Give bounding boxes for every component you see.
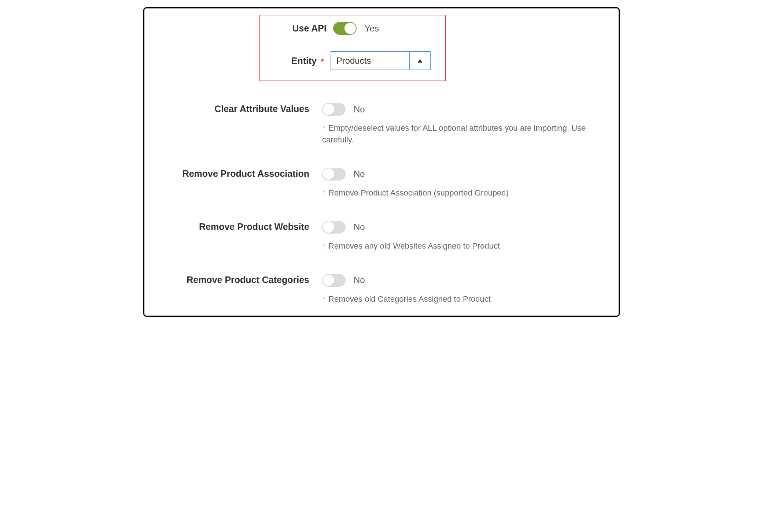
chevron-up-icon <box>409 52 430 70</box>
settings-panel: Use API Yes Entity * Products Clear Attr… <box>143 7 620 317</box>
use-api-row: Use API Yes <box>274 22 431 35</box>
setting-label: Remove Product Categories <box>187 275 309 285</box>
use-api-toggle[interactable] <box>333 22 357 35</box>
setting-clear-attribute-values: Clear Attribute Values No ↑ Empty/desele… <box>155 103 608 146</box>
highlighted-section: Use API Yes Entity * Products <box>259 15 446 81</box>
entity-select-value: Products <box>331 52 409 70</box>
svg-marker-0 <box>418 59 422 63</box>
toggle-knob-icon <box>323 275 334 286</box>
setting-remove-product-website: Remove Product Website No ↑ Removes any … <box>155 221 608 252</box>
required-marker: * <box>321 57 324 66</box>
setting-helper-text: ↑ Removes old Categories Assigned to Pro… <box>322 293 586 305</box>
use-api-label: Use API <box>274 23 333 34</box>
remove-product-website-toggle[interactable] <box>322 221 346 234</box>
setting-label: Remove Product Website <box>199 222 309 232</box>
entity-row: Entity * Products <box>274 51 431 70</box>
setting-helper-text: ↑ Empty/deselect values for ALL optional… <box>322 122 586 146</box>
toggle-knob-icon <box>323 168 334 180</box>
use-api-state-text: Yes <box>365 23 379 34</box>
entity-select[interactable]: Products <box>331 51 431 70</box>
setting-state-text: No <box>354 275 365 285</box>
toggle-knob-icon <box>323 222 334 233</box>
setting-remove-product-categories: Remove Product Categories No ↑ Removes o… <box>155 274 608 305</box>
setting-state-text: No <box>354 104 365 115</box>
setting-state-text: No <box>354 222 365 232</box>
setting-helper-text: ↑ Remove Product Association (supported … <box>322 187 586 199</box>
toggle-knob-icon <box>344 23 356 34</box>
remove-product-association-toggle[interactable] <box>322 168 346 181</box>
setting-helper-text: ↑ Removes any old Websites Assigned to P… <box>322 240 586 252</box>
toggle-knob-icon <box>323 104 334 115</box>
setting-state-text: No <box>354 169 365 179</box>
remove-product-categories-toggle[interactable] <box>322 274 346 287</box>
clear-attribute-values-toggle[interactable] <box>322 103 346 116</box>
entity-label: Entity * <box>274 56 331 66</box>
setting-label: Clear Attribute Values <box>214 104 309 114</box>
setting-label: Remove Product Association <box>183 168 309 179</box>
setting-remove-product-association: Remove Product Association No ↑ Remove P… <box>155 168 608 199</box>
